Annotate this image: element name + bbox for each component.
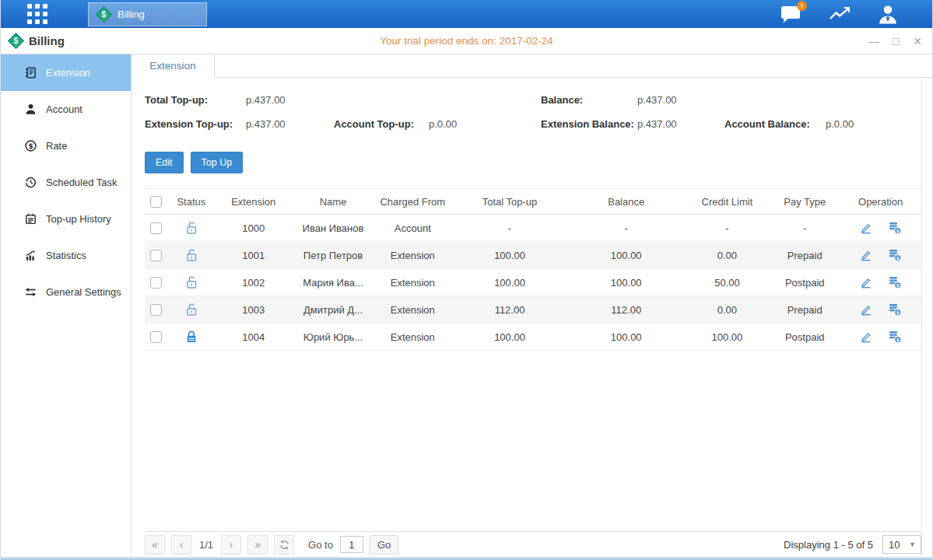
cell-charged-from: Extension xyxy=(374,242,451,269)
sidebar-item-scheduled-task[interactable]: Scheduled Task xyxy=(1,164,131,201)
edit-pencil-icon[interactable] xyxy=(858,329,874,345)
cell-extension: 1003 xyxy=(215,296,293,324)
topup-coins-icon[interactable]: $ xyxy=(887,329,903,345)
ledger-icon xyxy=(24,66,37,79)
cell-credit-limit: 50.00 xyxy=(685,269,770,296)
topup-coins-icon[interactable]: $ xyxy=(887,275,903,290)
cell-extension: 1002 xyxy=(215,269,293,296)
table-row[interactable]: 1003 Дмитрий Д... Extension 112.00 112.0… xyxy=(145,296,921,324)
unlocked-icon xyxy=(184,248,199,260)
ext-topup-value: p.437.00 xyxy=(246,118,286,130)
app-window: $ Billing ! $ Billing Your trial period … xyxy=(0,0,933,560)
topup-button[interactable]: Top Up xyxy=(191,152,244,173)
cell-total-topup: 100.00 xyxy=(451,242,568,269)
column-header: Name xyxy=(293,189,374,215)
goto-page-input[interactable] xyxy=(340,536,363,553)
sidebar-item-account[interactable]: Account xyxy=(1,91,131,128)
cell-name: Мария Ива... xyxy=(293,269,374,296)
user-icon[interactable] xyxy=(876,4,900,24)
cell-name: Юрий Юрь... xyxy=(293,324,374,351)
edit-pencil-icon[interactable] xyxy=(858,275,874,290)
app-tab-billing[interactable]: $ Billing xyxy=(88,2,207,26)
go-button[interactable]: Go xyxy=(370,535,398,555)
sidebar-item-general-settings[interactable]: General Settings xyxy=(1,274,131,310)
column-header: Credit Limit xyxy=(685,189,770,215)
table-row[interactable]: 1004 Юрий Юрь... Extension 100.00 100.00… xyxy=(145,324,921,351)
topup-coins-icon[interactable]: $ xyxy=(887,302,903,317)
cell-pay-type: Prepaid xyxy=(770,242,840,269)
chat-icon[interactable]: ! xyxy=(780,4,803,24)
ext-topup-label: Extension Top-up: xyxy=(145,118,233,130)
next-page-button[interactable]: › xyxy=(221,535,241,555)
cell-pay-type: Postpaid xyxy=(770,269,840,296)
column-header: Total Top-up xyxy=(451,189,568,215)
prev-page-button[interactable]: ‹ xyxy=(171,535,191,555)
chart-icon[interactable] xyxy=(828,4,851,24)
row-checkbox[interactable] xyxy=(150,222,162,234)
row-checkbox[interactable] xyxy=(150,304,162,316)
column-header: Status xyxy=(168,189,215,215)
billing-diamond-icon: $ xyxy=(8,33,24,49)
cell-balance: 100.00 xyxy=(568,269,685,296)
balance-value: p.437.00 xyxy=(637,94,677,106)
minimize-button[interactable]: — xyxy=(868,36,879,47)
trial-notice: Your trial period ends on: 2017-02-24 xyxy=(1,35,932,47)
topup-coins-icon[interactable]: $ xyxy=(887,220,903,236)
sidebar-item-statistics[interactable]: Statistics xyxy=(1,237,131,274)
main-content: Extension Total Top-up: p.437.00 Balance… xyxy=(132,54,932,557)
refresh-icon[interactable] xyxy=(274,535,294,555)
cell-balance: 100.00 xyxy=(568,242,685,269)
table-row[interactable]: 1000 Иван Иванов Account - - - - $ xyxy=(145,215,921,242)
extension-panel: Total Top-up: p.437.00 Balance: p.437.00… xyxy=(145,78,922,557)
cell-balance: 112.00 xyxy=(568,296,685,324)
swap-arrows-icon xyxy=(24,285,37,299)
edit-pencil-icon[interactable] xyxy=(858,302,874,317)
sidebar-item-extension[interactable]: Extension xyxy=(1,54,131,91)
apps-grid-icon[interactable] xyxy=(27,4,47,24)
page-size-select[interactable]: 10 ▼ xyxy=(882,535,921,554)
sidebar-item-rate[interactable]: $Rate xyxy=(1,128,131,164)
row-checkbox[interactable] xyxy=(150,277,162,289)
column-header: Extension xyxy=(215,189,293,215)
cell-credit-limit: 100.00 xyxy=(685,324,770,351)
edit-pencil-icon[interactable] xyxy=(858,220,874,236)
acct-topup-value: p.0.00 xyxy=(429,118,457,130)
cell-name: Петр Петров xyxy=(293,242,374,269)
total-topup-label: Total Top-up: xyxy=(145,94,208,106)
cell-charged-from: Extension xyxy=(374,269,451,296)
cell-pay-type: - xyxy=(770,215,840,242)
sidebar-item-top-up-history[interactable]: Top-up History xyxy=(1,201,131,237)
cell-balance: - xyxy=(568,215,685,242)
person-icon xyxy=(24,103,37,116)
unlocked-icon xyxy=(184,303,199,314)
row-checkbox[interactable] xyxy=(150,250,162,261)
page-indicator: 1/1 xyxy=(199,539,213,551)
table-row[interactable]: 1001 Петр Петров Extension 100.00 100.00… xyxy=(145,242,921,269)
edit-pencil-icon[interactable] xyxy=(858,247,874,263)
close-button[interactable]: ✕ xyxy=(912,36,923,47)
total-topup-value: p.437.00 xyxy=(246,94,286,106)
first-page-button[interactable]: « xyxy=(145,535,165,555)
edit-button[interactable]: Edit xyxy=(145,152,184,173)
page-size-value: 10 xyxy=(883,539,909,551)
tab-extension[interactable]: Extension xyxy=(132,54,215,78)
row-checkbox[interactable] xyxy=(150,331,162,343)
maximize-button[interactable]: □ xyxy=(890,36,901,47)
svg-text:$: $ xyxy=(896,310,900,315)
topup-coins-icon[interactable]: $ xyxy=(887,247,903,263)
balance-label: Balance: xyxy=(541,94,583,106)
cell-extension: 1000 xyxy=(215,215,293,242)
cell-credit-limit: - xyxy=(685,215,770,242)
select-all-checkbox[interactable] xyxy=(150,196,162,208)
cell-charged-from: Extension xyxy=(374,296,451,324)
column-header: Pay Type xyxy=(770,189,840,215)
column-header: Charged From xyxy=(374,189,451,215)
top-bar: $ Billing ! xyxy=(1,0,932,28)
ext-balance-value: p.437.00 xyxy=(637,118,677,130)
last-page-button[interactable]: » xyxy=(247,535,268,555)
cell-credit-limit: 0.00 xyxy=(685,242,770,269)
locked-icon xyxy=(184,330,199,341)
acct-topup-label: Account Top-up: xyxy=(334,118,414,130)
ext-balance-label: Extension Balance: xyxy=(541,118,634,130)
table-row[interactable]: 1002 Мария Ива... Extension 100.00 100.0… xyxy=(145,269,921,296)
